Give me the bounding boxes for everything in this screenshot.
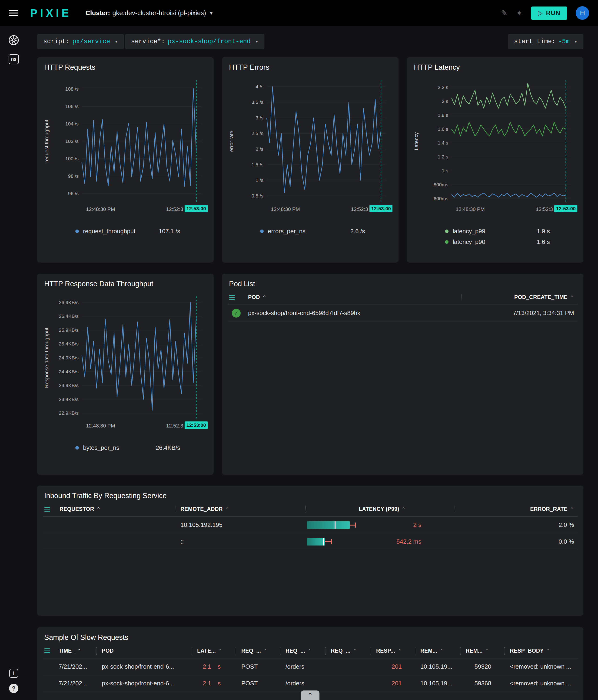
column-resp-status[interactable]: RESP...⌃ [370,644,415,658]
column-remote-addr[interactable]: REMOTE_ADDR ⌃ [175,502,305,517]
svg-text:98 /s: 98 /s [68,173,78,179]
info-icon[interactable]: i [9,669,18,678]
svg-text:96 /s: 96 /s [68,191,78,196]
table-menu-icon[interactable] [228,295,242,300]
cluster-selector[interactable]: Cluster: gke:dev-cluster-htroisi (pl-pix… [86,9,213,17]
median-marker [335,521,335,529]
svg-text:12:48:30 PM: 12:48:30 PM [456,206,485,212]
legend-item[interactable]: latency_p90 1.6 s [445,236,550,247]
series-value: 2.6 /s [350,228,365,235]
column-requestor[interactable]: REQUESTOR ⌃ [54,502,175,517]
sort-asc-icon: ⌃ [262,295,266,300]
chevron-down-icon: ▾ [115,39,118,45]
svg-text:3 /s: 3 /s [256,115,263,120]
panel-title: HTTP Latency [414,63,578,72]
panel-inbound-traffic: Inbound Traffic By Requesting Service RE… [37,485,583,616]
latency-value: 2.1 s [192,663,236,670]
http-response-throughput-chart[interactable]: 22.9KB/s23.4KB/s23.9KB/s24.4KB/s24.9KB/s… [43,293,208,435]
service-value: px-sock-shop/front-end [168,38,250,45]
svg-text:1 s: 1 s [442,168,448,173]
script-selector[interactable]: script: px/service ▾ [37,34,124,49]
namespace-nav-icon[interactable]: ns [8,54,19,64]
healthy-check-icon: ✓ [232,309,241,318]
table-menu-icon[interactable] [43,507,54,511]
svg-text:12:53:00: 12:53:00 [187,422,206,428]
http-latency-chart[interactable]: 600ms800ms1 s1.2 s1.4 s1.6 s1.8 s2 s2.2 … [412,76,577,219]
sort-asc-icon: ⌃ [570,295,574,300]
column-req-body[interactable]: REQ_...⌃ [325,644,370,658]
column-latency-p99[interactable]: LATENCY (P99) ⌃ [305,502,454,517]
inbound-row[interactable]: :: 542.2 ms 0.0 % [43,533,578,550]
time-value: 7/21/202... [53,663,96,670]
service-selector[interactable]: service*: px-sock-shop/front-end ▾ [125,34,265,49]
time-value: 7/21/202... [53,680,96,687]
sort-asc-icon: ⌃ [570,506,574,512]
avatar[interactable]: H [576,6,589,20]
kubernetes-icon[interactable] [7,34,20,47]
legend-item[interactable]: latency_p99 1.9 s [445,226,550,236]
req-path-value: /orders [280,680,325,687]
remote-addr-value: 10.105.19... [415,680,460,687]
sort-asc-icon: ⌃ [77,648,81,654]
run-button[interactable]: ▷ RUN [531,6,568,20]
script-bar: script: px/service ▾ service*: px-sock-s… [37,34,583,49]
median-marker [323,538,324,546]
remote-addr-value: 10.105.19... [415,663,460,670]
pod-row[interactable]: ✓ px-sock-shop/front-end-6598d7fdf7-s89h… [228,305,578,322]
chevron-down-icon: ▾ [574,39,577,45]
cluster-label: Cluster: [86,9,110,17]
latency-quantile-bar[interactable] [307,538,379,546]
series-value: 1.6 s [537,239,550,246]
http-requests-chart[interactable]: 96 /s98 /s100 /s102 /s104 /s106 /s108 /s… [43,76,208,219]
column-pod[interactable]: POD [96,644,192,658]
remote-port-value: 59320 [460,663,504,670]
svg-text:Response data throughput: Response data throughput [44,328,49,388]
sort-asc-icon: ⌃ [225,506,229,512]
latency-quantile-bar[interactable] [307,521,379,529]
sort-asc-icon: ⌃ [398,648,402,654]
column-remote-addr[interactable]: REM...⌃ [415,644,460,658]
scroll-top-button[interactable]: ⌃ [301,691,319,700]
main-content: script: px/service ▾ service*: px-sock-s… [27,26,598,700]
latency-value: 2.1 s [192,680,236,687]
help-icon[interactable]: ? [9,684,18,693]
edit-icon[interactable]: ✎ [501,8,508,18]
column-req-path[interactable]: REQ_...⌃ [280,644,325,658]
script-value: px/service [72,38,110,45]
svg-text:12:52:3: 12:52:3 [166,423,183,429]
legend-item[interactable]: errors_per_ns 2.6 /s [260,226,365,236]
column-error-rate[interactable]: ERROR_RATE ⌃ [454,502,578,517]
hamburger-menu-icon[interactable] [9,10,18,16]
column-remote-port[interactable]: REM...⌃ [460,644,504,658]
svg-text:2 s: 2 s [442,99,448,104]
column-latency[interactable]: LATE...⌃ [192,644,236,658]
column-req-method[interactable]: REQ_...⌃ [236,644,280,658]
inbound-row[interactable]: 10.105.192.195 2 s 2.0 % [43,517,578,533]
series-dot [75,229,79,233]
panel-http-requests: HTTP Requests 96 /s98 /s100 /s102 /s104 … [37,57,214,262]
legend-item[interactable]: bytes_per_ns 26.4KB/s [75,442,180,453]
table-menu-icon[interactable] [43,648,53,653]
start-time-selector[interactable]: start_time: -5m ▾ [508,34,583,49]
topbar-actions: ✎ ✦ ▷ RUN H [501,6,590,20]
script-key: script: [43,38,70,45]
slow-request-row[interactable]: 7/21/202... px-sock-shop/front-end-6... … [43,675,578,692]
topbar: PIXIE Cluster: gke:dev-cluster-htroisi (… [0,0,598,26]
cluster-name: gke:dev-cluster-htroisi (pl-pixies) [112,9,206,17]
series-dot [445,240,449,244]
svg-text:100 /s: 100 /s [65,156,78,161]
column-resp-body[interactable]: RESP_BODY⌃ [504,644,578,658]
slow-request-row[interactable]: 7/21/202... px-sock-shop/front-end-6... … [43,658,578,675]
column-time[interactable]: TIME_⌃ [53,644,96,658]
legend-item[interactable]: request_throughput 107.1 /s [75,226,180,236]
http-errors-chart[interactable]: 0.5 /s1 /s1.5 /s2 /s2.5 /s3 /s3.5 /s4 /s… [228,76,392,219]
pixie-logo: PIXIE [30,7,72,19]
panel-http-errors: HTTP Errors 0.5 /s1 /s1.5 /s2 /s2.5 /s3 … [222,57,399,262]
svg-text:12:48:30 PM: 12:48:30 PM [271,206,300,212]
column-pod[interactable]: POD ⌃ [242,290,461,305]
column-pod-create-time[interactable]: POD_CREATE_TIME ⌃ [461,290,578,305]
svg-text:error rate: error rate [229,131,234,152]
svg-text:12:48:30 PM: 12:48:30 PM [86,423,115,429]
sort-asc-icon: ⌃ [440,648,444,654]
sparkle-icon[interactable]: ✦ [516,8,523,18]
